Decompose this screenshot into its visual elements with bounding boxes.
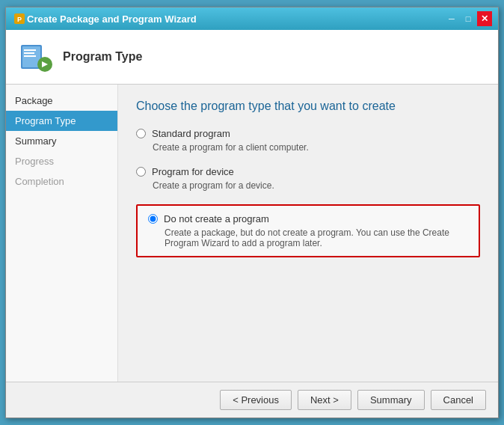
next-button[interactable]: Next > — [298, 390, 351, 410]
radio-label-device[interactable]: Program for device — [152, 166, 234, 177]
radio-none[interactable] — [148, 214, 158, 224]
svg-rect-5 — [24, 52, 34, 54]
option-desc-standard: Create a program for a client computer. — [153, 142, 480, 153]
cancel-button[interactable]: Cancel — [431, 390, 486, 410]
svg-text:P: P — [17, 16, 22, 23]
radio-row-device: Program for device — [136, 166, 480, 177]
previous-button[interactable]: < Previous — [220, 390, 292, 410]
sidebar-item-program-type[interactable]: Program Type — [6, 111, 117, 131]
sidebar-item-completion: Completion — [6, 171, 117, 192]
option-desc-none: Create a package, but do not create a pr… — [165, 227, 468, 248]
option-desc-device: Create a program for a device. — [153, 180, 480, 191]
radio-label-standard[interactable]: Standard program — [152, 128, 230, 139]
header-section: Program Type — [6, 30, 498, 85]
radio-row-none: Do not create a program — [148, 213, 468, 224]
footer: < Previous Next > Summary Cancel — [6, 382, 498, 418]
title-bar-controls: ─ □ ✕ — [444, 11, 492, 26]
radio-row-standard: Standard program — [136, 128, 480, 139]
option-none-box: Do not create a program Create a package… — [136, 204, 480, 257]
main-title: Choose the program type that you want to… — [136, 100, 480, 113]
radio-standard[interactable] — [136, 129, 146, 138]
content-area: Package Program Type Summary Progress Co… — [6, 85, 498, 382]
sidebar: Package Program Type Summary Progress Co… — [6, 85, 118, 382]
svg-rect-4 — [24, 49, 36, 51]
sidebar-item-package[interactable]: Package — [6, 91, 117, 111]
close-button[interactable]: ✕ — [477, 11, 492, 26]
maximize-button[interactable]: □ — [461, 11, 476, 26]
header-title: Program Type — [63, 50, 142, 64]
title-bar: P Create Package and Program Wizard ─ □ … — [6, 7, 498, 30]
title-icon: P — [12, 11, 27, 26]
option-device: Program for device Create a program for … — [136, 166, 480, 191]
svg-rect-6 — [24, 55, 36, 57]
sidebar-item-progress: Progress — [6, 151, 117, 171]
option-standard: Standard program Create a program for a … — [136, 128, 480, 153]
wizard-window: P Create Package and Program Wizard ─ □ … — [5, 7, 499, 418]
radio-device[interactable] — [136, 167, 146, 177]
sidebar-item-summary[interactable]: Summary — [6, 131, 117, 151]
program-type-icon — [18, 39, 54, 75]
radio-label-none[interactable]: Do not create a program — [164, 213, 269, 224]
summary-button[interactable]: Summary — [357, 390, 425, 410]
title-bar-text: Create Package and Program Wizard — [27, 13, 197, 25]
main-content: Choose the program type that you want to… — [118, 85, 498, 382]
minimize-button[interactable]: ─ — [444, 11, 459, 26]
